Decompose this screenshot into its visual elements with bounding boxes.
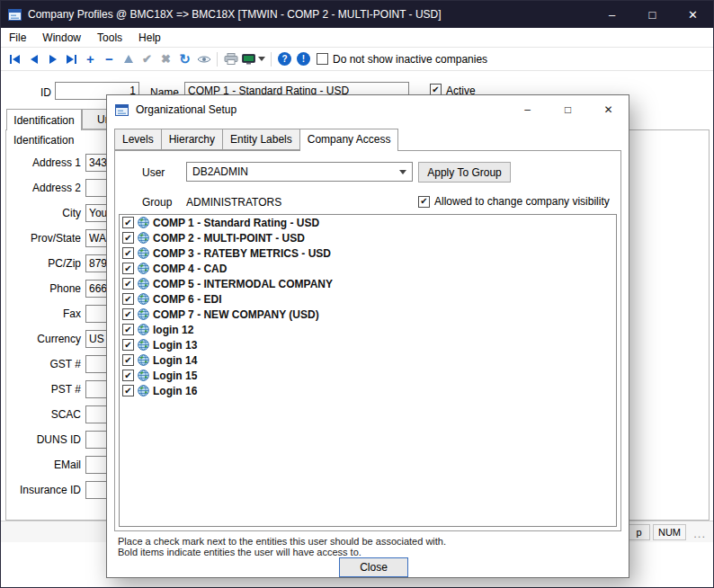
globe-icon bbox=[138, 232, 149, 244]
user-combobox-value: DB2ADMIN bbox=[192, 165, 248, 178]
footer-instruction-line2: Bold items indicate entities the user wi… bbox=[118, 547, 361, 557]
chevron-down-icon bbox=[399, 170, 406, 174]
field-label: Prov/State bbox=[6, 232, 81, 245]
minimize-button[interactable]: – bbox=[592, 1, 632, 28]
entity-row[interactable]: COMP 6 - EDI bbox=[120, 291, 616, 307]
entity-checkbox[interactable] bbox=[122, 293, 134, 305]
dialog-close-button[interactable]: ✕ bbox=[588, 96, 629, 123]
apply-to-group-button[interactable]: Apply To Group bbox=[418, 162, 511, 183]
globe-icon bbox=[138, 370, 149, 381]
close-button[interactable]: ✕ bbox=[673, 1, 713, 28]
entity-row[interactable]: Login 14 bbox=[120, 352, 616, 368]
field-label: EMail bbox=[6, 459, 81, 471]
collapse-icon[interactable] bbox=[119, 50, 138, 68]
tab-levels[interactable]: Levels bbox=[114, 129, 162, 150]
globe-icon bbox=[138, 339, 149, 351]
tab-company-access[interactable]: Company Access bbox=[299, 129, 399, 151]
globe-icon bbox=[138, 354, 149, 366]
next-record-icon[interactable] bbox=[43, 50, 62, 68]
tab-identification[interactable]: Identification bbox=[6, 109, 82, 130]
visibility-checkbox[interactable] bbox=[418, 196, 430, 208]
field-label: PST # bbox=[6, 383, 81, 396]
entity-checkbox[interactable] bbox=[122, 308, 134, 320]
previous-record-icon[interactable] bbox=[24, 50, 43, 68]
resize-grip-icon[interactable]: ... bbox=[693, 527, 706, 540]
last-record-icon[interactable] bbox=[62, 50, 81, 68]
entity-row[interactable]: COMP 3 - RATEBY METRICS - USD bbox=[120, 245, 616, 261]
toolbar-separator bbox=[271, 52, 272, 67]
window-titlebar[interactable]: Company Profiles @ BMC18X => BMC18X [TMW… bbox=[1, 1, 713, 28]
entity-checkbox[interactable] bbox=[122, 263, 134, 274]
entity-row[interactable]: COMP 7 - NEW COMPANY (USD) bbox=[120, 307, 616, 322]
globe-icon bbox=[138, 247, 149, 259]
entity-label: Login 16 bbox=[153, 385, 197, 397]
view-icon[interactable] bbox=[194, 50, 213, 68]
entity-row[interactable]: COMP 5 - INTERMODAL COMPANY bbox=[120, 276, 616, 291]
monitor-icon[interactable] bbox=[240, 50, 267, 68]
entity-checkbox[interactable] bbox=[122, 324, 134, 335]
entity-label: COMP 2 - MULTI-POINT - USD bbox=[153, 232, 305, 245]
close-dialog-button[interactable]: Close bbox=[339, 557, 408, 577]
dialog-minimize-button[interactable]: – bbox=[507, 96, 548, 123]
id-label: ID bbox=[30, 86, 51, 99]
globe-icon bbox=[138, 263, 149, 274]
maximize-button[interactable]: □ bbox=[632, 1, 673, 28]
entity-row[interactable]: COMP 1 - Standard Rating - USD bbox=[120, 215, 616, 230]
entity-row[interactable]: Login 15 bbox=[120, 368, 616, 383]
globe-icon bbox=[138, 324, 149, 335]
tab-hierarchy[interactable]: Hierarchy bbox=[161, 129, 223, 150]
field-label: Insurance ID bbox=[6, 484, 81, 496]
dialog-maximize-button[interactable]: □ bbox=[548, 96, 588, 123]
menu-file[interactable]: File bbox=[1, 31, 34, 44]
entity-listbox: COMP 1 - Standard Rating - USD COMP 2 - … bbox=[119, 214, 617, 527]
tab-entity-labels[interactable]: Entity Labels bbox=[222, 129, 300, 150]
entity-checkbox[interactable] bbox=[122, 217, 134, 228]
entity-checkbox[interactable] bbox=[122, 278, 134, 290]
field-label: Phone bbox=[6, 282, 81, 295]
field-label: Currency bbox=[6, 333, 81, 345]
field-label: DUNS ID bbox=[6, 433, 81, 446]
about-icon[interactable]: ! bbox=[294, 50, 313, 68]
entity-checkbox[interactable] bbox=[122, 232, 134, 244]
entity-checkbox[interactable] bbox=[122, 385, 134, 396]
entity-row[interactable]: Login 16 bbox=[120, 383, 616, 398]
cancel-icon[interactable]: ✖ bbox=[156, 50, 175, 68]
entity-checkbox[interactable] bbox=[122, 354, 134, 366]
menu-help[interactable]: Help bbox=[130, 31, 169, 44]
menu-tools[interactable]: Tools bbox=[89, 31, 130, 44]
refresh-icon[interactable]: ↻ bbox=[175, 50, 194, 68]
accept-icon[interactable]: ✔ bbox=[138, 50, 156, 68]
organizational-setup-dialog: Organizational Setup – □ ✕ Levels Hierar… bbox=[106, 94, 629, 578]
entity-row[interactable]: Login 13 bbox=[120, 337, 616, 352]
visibility-checkbox-row: Allowed to change company visibility bbox=[418, 195, 610, 208]
entity-row[interactable]: COMP 2 - MULTI-POINT - USD bbox=[120, 230, 616, 245]
entity-label: COMP 6 - EDI bbox=[153, 293, 221, 306]
entity-checkbox[interactable] bbox=[122, 247, 134, 259]
user-combobox[interactable]: DB2ADMIN bbox=[186, 162, 413, 182]
entity-row[interactable]: login 12 bbox=[120, 322, 616, 337]
dialog-icon bbox=[115, 104, 129, 116]
dialog-titlebar[interactable]: Organizational Setup – □ ✕ bbox=[107, 95, 629, 124]
first-record-icon[interactable] bbox=[5, 50, 24, 68]
add-icon[interactable]: + bbox=[81, 50, 100, 68]
entity-checkbox[interactable] bbox=[122, 339, 134, 351]
dropdown-icon[interactable] bbox=[258, 57, 265, 61]
inactive-companies-label: Do not show inactive companies bbox=[333, 53, 487, 66]
field-label: Address 2 bbox=[6, 182, 81, 194]
group-label: Group bbox=[142, 196, 172, 209]
entity-row[interactable]: COMP 4 - CAD bbox=[120, 261, 616, 276]
entity-label: COMP 7 - NEW COMPANY (USD) bbox=[153, 308, 319, 321]
menu-bar: File Window Tools Help bbox=[1, 28, 713, 48]
print-icon[interactable] bbox=[221, 50, 240, 68]
help-icon[interactable]: ? bbox=[275, 50, 294, 68]
globe-icon bbox=[138, 278, 149, 290]
field-label: PC/Zip bbox=[6, 257, 81, 270]
entity-checkbox[interactable] bbox=[122, 370, 134, 381]
delete-icon[interactable]: − bbox=[100, 50, 119, 68]
entity-label: Login 13 bbox=[153, 339, 197, 352]
field-label: SCAC bbox=[6, 408, 81, 421]
field-label: Fax bbox=[6, 307, 81, 320]
entity-label: COMP 4 - CAD bbox=[153, 263, 227, 275]
menu-window[interactable]: Window bbox=[34, 31, 89, 44]
inactive-companies-checkbox[interactable] bbox=[317, 53, 328, 65]
